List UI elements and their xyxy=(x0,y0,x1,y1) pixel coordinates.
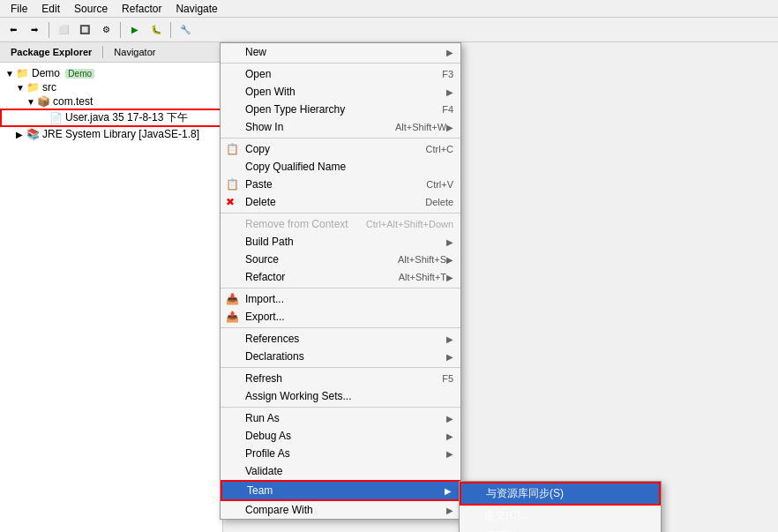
icon-userjava: 📄 xyxy=(49,112,63,124)
label-src: src xyxy=(42,81,56,94)
cm-references[interactable]: References ▶ xyxy=(221,330,460,348)
cm-refactor-arrow: ▶ xyxy=(446,273,453,282)
cm-open[interactable]: Open F3 xyxy=(221,65,460,83)
tree-item-jre[interactable]: ▶ 📚 JRE System Library [JavaSE-1.8] xyxy=(0,127,222,141)
tree-item-userjava[interactable]: 📄 User.java 35 17-8-13 下午 xyxy=(0,109,222,127)
cm-delete[interactable]: ✖ Delete Delete xyxy=(221,193,460,211)
menu-refactor[interactable]: Refactor xyxy=(115,1,168,17)
toolbar: ⬅ ➡ ⬜ 🔲 ⚙ ▶ 🐛 🔧 xyxy=(0,18,778,42)
label-userjava: User.java 35 17-8-13 下午 xyxy=(65,110,188,125)
cm-sep-1 xyxy=(221,63,460,64)
cm-refresh[interactable]: Refresh F5 xyxy=(221,370,460,387)
tree-item-comtest[interactable]: ▼ 📦 com.test xyxy=(0,94,222,109)
label-demo: Demo Demo xyxy=(32,67,94,79)
cm-copy[interactable]: 📋 Copy Ctrl+C xyxy=(221,140,460,158)
cm-new-arrow: ▶ xyxy=(446,48,453,57)
submenu-commit[interactable]: 提交(C)... xyxy=(460,506,661,526)
cm-declarations[interactable]: Declarations ▶ xyxy=(221,348,460,365)
cm-sep-7 xyxy=(221,407,460,408)
toolbar-btn-2[interactable]: ➡ xyxy=(25,20,44,40)
cm-profile-as[interactable]: Profile As ▶ xyxy=(221,445,460,462)
toolbar-btn-3[interactable]: ⬜ xyxy=(54,20,73,40)
cm-import[interactable]: 📥 Import... xyxy=(221,290,460,308)
panel-header: Package Explorer Navigator xyxy=(0,42,222,63)
cm-copy-qualified[interactable]: Copy Qualified Name xyxy=(221,158,460,176)
cm-paste-icon: 📋 xyxy=(226,178,239,191)
cm-import-icon: 📥 xyxy=(226,293,239,305)
menu-file[interactable]: File xyxy=(4,1,34,17)
cm-compare-with[interactable]: Compare With ▶ xyxy=(221,501,460,519)
cm-sep-6 xyxy=(221,367,460,368)
toolbar-btn-5[interactable]: ⚙ xyxy=(96,20,116,40)
context-menu: New ▶ Open F3 Open With ▶ Open Type Hier… xyxy=(220,42,461,520)
cm-source-arrow: ▶ xyxy=(446,255,453,265)
cm-team[interactable]: Team ▶ 与资源库同步(S) 提交(C)... 更新(U) Update t… xyxy=(221,480,460,501)
icon-jre: 📚 xyxy=(26,128,40,140)
cm-comparewith-arrow: ▶ xyxy=(446,506,453,515)
cm-new[interactable]: New ▶ xyxy=(221,43,460,61)
menubar: File Edit Source Refactor Navigate xyxy=(0,0,778,18)
arrow-demo: ▼ xyxy=(5,69,16,79)
cm-paste[interactable]: 📋 Paste Ctrl+V xyxy=(221,176,460,193)
cm-remove-context: Remove from Context Ctrl+Alt+Shift+Down xyxy=(221,215,460,233)
cm-open-with[interactable]: Open With ▶ xyxy=(221,83,460,101)
cm-export-icon: 📤 xyxy=(226,311,239,323)
label-jre: JRE System Library [JavaSE-1.8] xyxy=(42,128,199,140)
cm-run-as[interactable]: Run As ▶ xyxy=(221,409,460,427)
label-comtest: com.test xyxy=(53,95,93,108)
submenu-sync[interactable]: 与资源库同步(S) xyxy=(460,482,661,506)
menu-source[interactable]: Source xyxy=(67,1,115,17)
submenu-update[interactable]: 更新(U) xyxy=(460,526,661,532)
toolbar-separator-1 xyxy=(49,22,49,38)
menu-navigate[interactable]: Navigate xyxy=(168,1,224,17)
cm-copy-icon: 📋 xyxy=(226,143,239,155)
cm-openwith-arrow: ▶ xyxy=(446,87,453,97)
cm-open-type-hierarchy[interactable]: Open Type Hierarchy F4 xyxy=(221,101,460,118)
cm-debug-as[interactable]: Debug As ▶ xyxy=(221,427,460,445)
tree-area: ▼ 📁 Demo Demo ▼ 📁 src ▼ 📦 com.test xyxy=(0,63,222,145)
panel-tab-separator xyxy=(102,46,103,58)
icon-src: 📁 xyxy=(26,81,40,94)
icon-demo: 📁 xyxy=(16,67,29,79)
toolbar-separator-2 xyxy=(120,22,121,38)
arrow-src: ▼ xyxy=(16,83,26,93)
cm-buildpath-arrow: ▶ xyxy=(446,237,453,247)
tree-item-demo[interactable]: ▼ 📁 Demo Demo xyxy=(0,66,222,80)
cm-refactor[interactable]: Refactor Alt+Shift+T ▶ xyxy=(221,268,460,286)
toolbar-separator-3 xyxy=(170,22,171,38)
toolbar-btn-1[interactable]: ⬅ xyxy=(4,20,23,40)
tab-package-explorer[interactable]: Package Explorer xyxy=(5,45,97,59)
tab-navigator[interactable]: Navigator xyxy=(108,45,161,59)
toolbar-btn-debug[interactable]: 🐛 xyxy=(146,20,166,40)
arrow-comtest: ▼ xyxy=(26,97,37,107)
cm-profileas-arrow: ▶ xyxy=(446,449,453,459)
toolbar-btn-run[interactable]: ▶ xyxy=(125,20,145,40)
submenu-team: 与资源库同步(S) 提交(C)... 更新(U) Update to Versi… xyxy=(459,481,662,532)
cm-sep-5 xyxy=(221,327,460,328)
cm-show-in[interactable]: Show In Alt+Shift+W ▶ xyxy=(221,118,460,136)
arrow-jre: ▶ xyxy=(16,130,26,139)
cm-declarations-arrow: ▶ xyxy=(446,352,453,362)
cm-showin-arrow: ▶ xyxy=(446,123,453,132)
cm-references-arrow: ▶ xyxy=(446,334,453,344)
cm-delete-icon: ✖ xyxy=(226,196,235,208)
cm-sep-3 xyxy=(221,213,460,214)
cm-debugas-arrow: ▶ xyxy=(446,431,453,441)
toolbar-btn-4[interactable]: 🔲 xyxy=(75,20,94,40)
cm-sep-4 xyxy=(221,288,460,288)
icon-comtest: 📦 xyxy=(37,95,50,108)
menu-edit[interactable]: Edit xyxy=(34,1,67,17)
toolbar-btn-misc[interactable]: 🔧 xyxy=(176,20,195,40)
tree-item-src[interactable]: ▼ 📁 src xyxy=(0,80,222,94)
cm-sep-2 xyxy=(221,138,460,139)
cm-source[interactable]: Source Alt+Shift+S ▶ xyxy=(221,251,460,268)
cm-team-arrow: ▶ xyxy=(445,486,452,496)
cm-validate[interactable]: Validate xyxy=(221,462,460,480)
cm-export[interactable]: 📤 Export... xyxy=(221,308,460,326)
left-panel: Package Explorer Navigator ▼ 📁 Demo Demo… xyxy=(0,42,223,532)
cm-runas-arrow: ▶ xyxy=(446,414,453,423)
cm-assign-working-sets[interactable]: Assign Working Sets... xyxy=(221,387,460,405)
cm-build-path[interactable]: Build Path ▶ xyxy=(221,233,460,251)
